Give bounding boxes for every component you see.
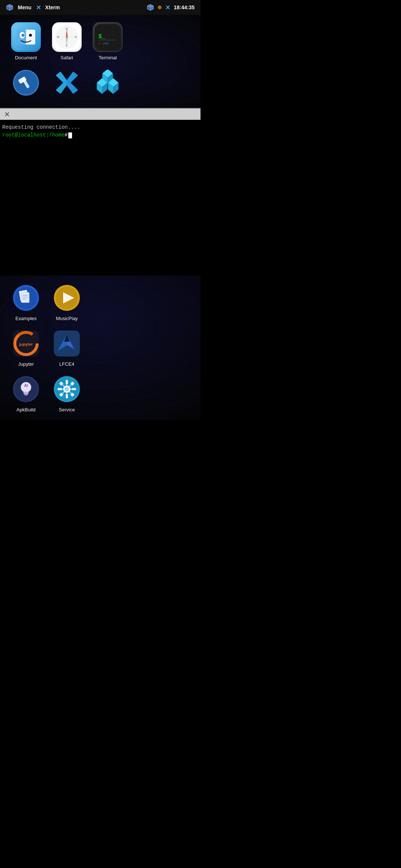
jupyter-label: Jupyter — [18, 361, 34, 367]
desktop-top-section: Document — [0, 15, 200, 108]
svg-text:AI: AI — [24, 384, 28, 388]
musicplay-label: MusicPlay — [56, 316, 78, 321]
status-bar: Menu ✕ Xterm ⊕ ✕ 18:44:35 — [0, 0, 200, 15]
terminal-close-button[interactable] — [4, 111, 10, 118]
svg-text:$_: $_ — [98, 33, 106, 40]
app-row-4: jupyter Jupyter — [11, 329, 189, 367]
jupyter-icon: jupyter — [11, 329, 41, 358]
svg-rect-85 — [23, 392, 29, 394]
lfce4-label: LFCE4 — [59, 361, 74, 367]
xterm-x-icon: ✕ — [36, 4, 41, 11]
svg-point-22 — [29, 34, 32, 37]
app-row-2 — [11, 68, 189, 101]
desktop-bottom-apps: Examples MusicPlay — [0, 276, 200, 420]
app-lfce4[interactable]: LFCE4 — [52, 329, 82, 367]
terminal-icon: $_ > cmd — [93, 22, 123, 52]
desktop-top-apps: Document — [0, 15, 200, 108]
menu-cube-icon — [6, 4, 13, 11]
safari-icon: N S E W — [52, 22, 82, 52]
vscode-icon — [52, 68, 82, 98]
app-vscode[interactable] — [52, 68, 82, 101]
status-time: 18:44:35 — [174, 4, 195, 10]
terminal-body[interactable]: Requesting connection.... root@localhost… — [0, 120, 200, 276]
apkbuild-label: ApkBuild — [16, 407, 35, 412]
menu-label[interactable]: Menu — [18, 4, 32, 10]
apkbuild-icon: AI — [11, 374, 41, 404]
terminal-path: :/home — [46, 131, 65, 139]
terminal-prompt: root@localhost :/home # — [2, 131, 198, 139]
xterm-label[interactable]: Xterm — [45, 4, 60, 10]
app-apkbuild[interactable]: AI ApkBuild — [11, 374, 41, 412]
svg-rect-37 — [98, 40, 117, 40]
app-row-3: Examples MusicPlay — [11, 283, 189, 321]
service-label: Service — [59, 407, 75, 412]
app-musicplay[interactable]: MusicPlay — [52, 283, 82, 321]
svg-text:E: E — [75, 36, 77, 38]
examples-label: Examples — [15, 316, 36, 321]
terminal-titlebar — [0, 109, 200, 120]
app-document[interactable]: Document — [11, 22, 41, 60]
terminal-user: root@localhost — [2, 131, 46, 139]
musicplay-icon — [52, 283, 82, 313]
app-cubes[interactable] — [93, 68, 123, 101]
terminal-label: Terminal — [98, 55, 117, 60]
status-right: ⊕ ✕ 18:44:35 — [147, 4, 195, 11]
desktop-bottom-section: Examples MusicPlay — [0, 276, 200, 420]
lfce4-icon — [52, 329, 82, 358]
terminal-window: Requesting connection.... root@localhost… — [0, 108, 200, 276]
app-xcode[interactable] — [11, 68, 41, 101]
cubes-icon — [93, 68, 123, 98]
svg-text:S: S — [66, 44, 68, 47]
app-examples[interactable]: Examples — [11, 283, 41, 321]
svg-point-21 — [22, 34, 25, 37]
app-service[interactable]: Service — [52, 374, 82, 412]
search-icon[interactable]: ⊕ — [158, 4, 162, 11]
svg-rect-86 — [24, 394, 28, 395]
app-jupyter[interactable]: jupyter Jupyter — [11, 329, 41, 367]
svg-text:> cmd: > cmd — [98, 42, 108, 46]
document-label: Document — [15, 55, 37, 60]
xcode-icon — [11, 68, 41, 98]
svg-text:jupyter: jupyter — [19, 342, 33, 346]
document-icon — [11, 22, 41, 52]
svg-marker-44 — [67, 72, 78, 94]
safari-label: Safari — [61, 55, 73, 60]
examples-icon — [11, 283, 41, 313]
status-cube-icon — [147, 4, 154, 11]
terminal-hash: # — [65, 131, 68, 139]
status-left: Menu ✕ Xterm — [6, 4, 60, 11]
service-icon — [52, 374, 82, 404]
app-terminal[interactable]: $_ > cmd Terminal — [93, 22, 123, 60]
app-row-5: AI ApkBuild — [11, 374, 189, 412]
app-row-1: Document — [11, 22, 189, 60]
terminal-cursor — [68, 132, 72, 138]
svg-text:N: N — [66, 27, 68, 30]
close-icon[interactable]: ✕ — [165, 4, 170, 11]
app-safari[interactable]: N S E W Safari — [52, 22, 82, 60]
terminal-line-1: Requesting connection.... — [2, 124, 198, 131]
svg-text:W: W — [57, 36, 59, 38]
svg-rect-66 — [21, 292, 29, 303]
